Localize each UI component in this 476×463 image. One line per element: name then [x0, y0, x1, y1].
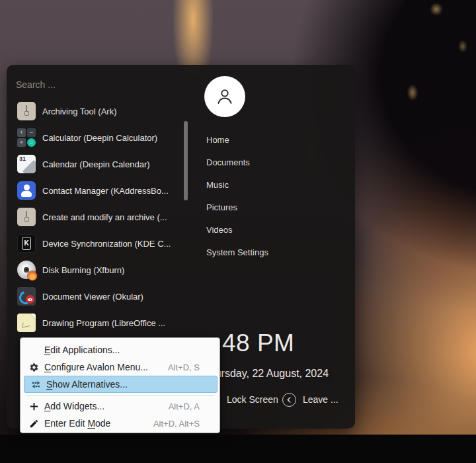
- place-link-videos[interactable]: Videos: [206, 224, 233, 237]
- app-item-create-archive[interactable]: Create and modify an archive (...: [13, 204, 186, 230]
- place-link-documents[interactable]: Documents: [206, 156, 250, 169]
- app-label: Calculator (Deepin Calculator): [42, 133, 157, 143]
- app-label: Device Synchronization (KDE C...: [42, 239, 171, 249]
- kdeconnect-icon: K: [17, 234, 36, 253]
- person-icon: [213, 85, 237, 108]
- menu-item-label: Edit Applications...: [44, 345, 120, 355]
- menu-item-edit-applications[interactable]: Edit Applications...: [22, 341, 218, 358]
- place-link-home[interactable]: Home: [206, 134, 229, 147]
- alternatives-icon: [29, 379, 42, 390]
- app-label: Archiving Tool (Ark): [42, 106, 116, 116]
- pencil-icon: [27, 418, 40, 429]
- app-item-calculator[interactable]: Calculator (Deepin Calculator): [13, 124, 186, 151]
- app-item-drawing-program[interactable]: Drawing Program (LibreOffice ...: [13, 310, 186, 336]
- okular-icon: [17, 287, 36, 306]
- calculator-icon: [17, 128, 36, 147]
- app-item-document-viewer[interactable]: Document Viewer (Okular): [13, 283, 186, 310]
- panel-context-menu: Edit Applications... Configure Avalon Me…: [20, 337, 220, 433]
- app-label: Create and modify an archive (...: [42, 212, 167, 222]
- app-item-device-synchronization[interactable]: K Device Synchronization (KDE C...: [13, 230, 186, 257]
- user-avatar[interactable]: [204, 76, 245, 117]
- leave-icon[interactable]: [282, 393, 296, 407]
- gear-icon: [27, 362, 40, 372]
- app-label: Drawing Program (LibreOffice ...: [42, 318, 165, 328]
- app-item-disk-burning[interactable]: Disk Burning (Xfburn): [13, 257, 186, 283]
- menu-shortcut: Alt+D, Alt+S: [153, 419, 200, 429]
- app-list-scrollbar[interactable]: [184, 121, 188, 200]
- place-link-system-settings[interactable]: System Settings: [206, 246, 268, 259]
- search-input[interactable]: [15, 77, 176, 93]
- place-link-music[interactable]: Music: [206, 179, 229, 192]
- menu-separator: [26, 395, 214, 396]
- clock-time: 48 PM: [222, 329, 294, 357]
- lock-screen-button[interactable]: Lock Screen: [227, 394, 278, 405]
- plus-icon: [27, 401, 40, 411]
- app-label: Disk Burning (Xfburn): [42, 265, 124, 275]
- chevron-left-icon: [286, 397, 292, 403]
- app-label: Calendar (Deepin Calendar): [42, 159, 150, 169]
- app-label: Document Viewer (Okular): [42, 292, 143, 302]
- menu-item-add-widgets[interactable]: Add Widgets... Alt+D, A: [22, 398, 218, 415]
- libreoffice-draw-icon: [17, 314, 36, 332]
- app-item-contact-manager[interactable]: Contact Manager (KAddressBo...: [13, 177, 186, 204]
- ark-icon: [17, 102, 36, 120]
- menu-item-show-alternatives[interactable]: Show Alternatives...: [24, 376, 218, 393]
- menu-item-label: Configure Avalon Menu...: [44, 362, 148, 372]
- clock-date: Thursday, 22 August, 2024: [203, 368, 329, 380]
- taskbar: [0, 435, 476, 463]
- empty-icon-slot: [27, 345, 40, 355]
- menu-item-label: Show Alternatives...: [46, 379, 128, 390]
- leave-button[interactable]: Leave ...: [303, 394, 338, 405]
- app-item-archiving-tool[interactable]: Archiving Tool (Ark): [13, 98, 186, 124]
- app-label: Contact Manager (KAddressBo...: [42, 186, 169, 196]
- app-item-calendar[interactable]: 31 Calendar (Deepin Calendar): [13, 151, 186, 177]
- place-link-pictures[interactable]: Pictures: [206, 201, 237, 214]
- calendar-icon: 31: [17, 155, 36, 173]
- menu-item-configure-avalon-menu[interactable]: Configure Avalon Menu... Alt+D, S: [22, 358, 218, 376]
- menu-item-label: Add Widgets...: [44, 401, 104, 411]
- contacts-icon: [17, 181, 36, 200]
- menu-item-enter-edit-mode[interactable]: Enter Edit Mode Alt+D, Alt+S: [22, 415, 218, 432]
- menu-shortcut: Alt+D, S: [168, 362, 200, 372]
- menu-item-label: Enter Edit Mode: [44, 418, 110, 429]
- ark-icon: [17, 208, 36, 226]
- disc-burning-icon: [17, 261, 36, 279]
- menu-shortcut: Alt+D, A: [169, 401, 200, 411]
